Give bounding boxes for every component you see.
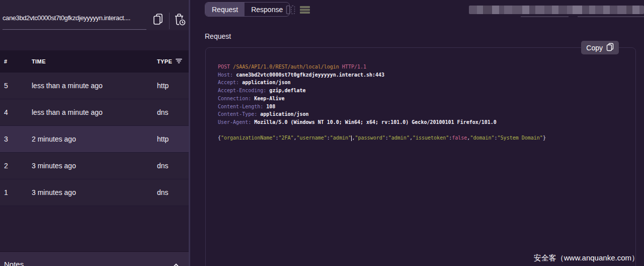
redacted-block (512, 6, 522, 14)
redacted-block (595, 6, 603, 14)
copy-icon (606, 43, 614, 53)
filter-bars-icon[interactable] (176, 58, 182, 65)
code-line: Content-Type: application/json (218, 110, 630, 118)
code-line (218, 126, 630, 135)
redacted-block (639, 6, 644, 14)
redacted-block (492, 6, 499, 14)
chevron-up-icon[interactable] (173, 261, 180, 266)
column-header-index: # (4, 58, 32, 64)
events-table-body: 5less than a minute agohttp4less than a … (0, 73, 189, 206)
event-row-2[interactable]: 23 minutes agodns (0, 153, 189, 179)
section-title: Request (205, 32, 231, 40)
redacted-block (535, 6, 544, 14)
toolbar-divider (169, 13, 170, 29)
event-id: 1 (4, 188, 32, 196)
request-raw-text: POST /SAAS/API/1.0/REST/auth/local/login… (206, 48, 635, 147)
app-root: cane3bd2vtc0000st7t0gfkzdjeyyyyyn.intera… (0, 0, 644, 266)
redacted-block (522, 6, 529, 14)
copy-domain-button[interactable] (152, 13, 164, 28)
split-panes-icon[interactable] (286, 5, 295, 17)
tab-request[interactable]: Request (205, 3, 245, 16)
redacted-block (567, 6, 573, 14)
session-panel: cane3bd2vtc0000st7t0gfkzdjeyyyyyn.intera… (0, 0, 190, 266)
event-type: dns (157, 108, 185, 116)
redacted-underline (521, 16, 569, 17)
redacted-block (499, 6, 504, 14)
code-line: User-Agent: Mozilla/5.0 (Windows NT 10.0… (218, 118, 630, 126)
event-id: 4 (4, 108, 32, 116)
detail-panel: RequestResponse Request Copy (190, 0, 644, 266)
event-type: dns (157, 188, 185, 196)
events-table-header: # TIME TYPE (0, 50, 189, 73)
column-header-time: TIME (32, 58, 157, 64)
redacted-area (469, 6, 644, 14)
redacted-block (504, 6, 512, 14)
redacted-block (573, 6, 582, 14)
event-type: http (157, 135, 185, 143)
clear-history-button[interactable] (173, 13, 187, 28)
copy-request-label: Copy (586, 44, 603, 52)
code-line: Connection: Keep-Alive (218, 95, 630, 103)
redacted-block (582, 6, 589, 14)
redacted-block (483, 6, 492, 14)
redacted-block (477, 6, 483, 14)
tab-response[interactable]: Response (245, 3, 289, 16)
domain-row: cane3bd2vtc0000st7t0gfkzdjeyyyyyn.intera… (0, 0, 189, 30)
event-row-3[interactable]: 32 minutes agohttp (0, 126, 189, 153)
redacted-block (632, 6, 639, 14)
watermark: 安全客（www.anquanke.com） (534, 253, 639, 263)
copy-icon (152, 20, 164, 28)
event-type: dns (157, 162, 185, 170)
redacted-block (529, 6, 535, 14)
event-time: 3 minutes ago (32, 162, 157, 170)
event-row-4[interactable]: 4less than a minute agodns (0, 99, 189, 126)
redacted-block (617, 6, 626, 14)
redacted-block (626, 6, 632, 14)
redacted-block (552, 6, 558, 14)
column-header-type: TYPE (157, 58, 185, 65)
code-line: {"organizationName":"2FA","username":"ad… (218, 134, 630, 142)
notes-label: Notes (4, 260, 24, 266)
redacted-block (610, 6, 617, 14)
event-id: 2 (4, 162, 32, 170)
column-header-type-label: TYPE (157, 58, 172, 64)
domain-input[interactable]: cane3bd2vtc0000st7t0gfkzdjeyyyyyn.intera… (3, 12, 146, 30)
code-line: Accept-Encoding: gzip,deflate (218, 87, 630, 95)
event-id: 5 (4, 82, 32, 90)
stacked-rows-icon[interactable] (299, 6, 310, 16)
request-viewer: Copy POST /SAAS/API/1.0/REST/auth/local/… (205, 47, 636, 266)
event-row-5[interactable]: 5less than a minute agohttp (0, 73, 189, 99)
event-type: http (157, 82, 185, 90)
event-time: 3 minutes ago (32, 188, 157, 196)
copy-request-button[interactable]: Copy (581, 41, 619, 54)
redacted-block (544, 6, 552, 14)
redacted-block (558, 6, 567, 14)
redacted-block (589, 6, 595, 14)
event-id: 3 (4, 135, 32, 143)
code-line: Content-Length: 108 (218, 103, 630, 111)
redacted-block (603, 6, 610, 14)
code-line: POST /SAAS/API/1.0/REST/auth/local/login… (218, 63, 630, 71)
redacted-block (469, 6, 477, 14)
event-row-1[interactable]: 13 minutes agodns (0, 179, 189, 206)
request-response-tabs: RequestResponse (205, 2, 290, 17)
redacted-underline (578, 16, 644, 17)
code-line: Accept: application/json (218, 79, 630, 87)
trash-clock-icon (173, 21, 187, 28)
code-line: Host: cane3bd2vtc0000st7t0gfkzdjeyyyyyn.… (218, 71, 630, 79)
view-mode-toggles (286, 5, 310, 17)
event-time: less than a minute ago (32, 108, 157, 116)
notes-section[interactable]: Notes (0, 251, 189, 266)
event-time: less than a minute ago (32, 82, 157, 90)
event-time: 2 minutes ago (32, 135, 157, 143)
